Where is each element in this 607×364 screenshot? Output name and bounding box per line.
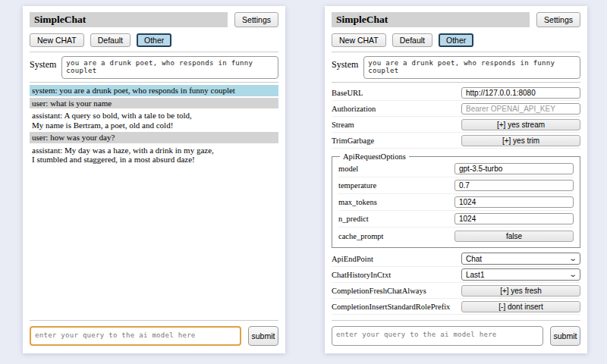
- cache-prompt-label: cache_prompt: [338, 232, 383, 240]
- baseurl-input[interactable]: [461, 87, 580, 99]
- authorization-label: Authorization: [332, 105, 376, 113]
- setting-row-api-endpoint: ApiEndPoint Chat ⌄: [332, 251, 580, 267]
- chevron-down-icon: ⌄: [568, 256, 577, 262]
- header: SimpleChat Settings: [332, 12, 580, 27]
- setting-row-n-predict: n_predict: [338, 211, 574, 228]
- temperature-label: temperature: [338, 181, 376, 190]
- trimgarbage-label: TrimGarbage: [332, 136, 374, 145]
- chat-message-assistant: assistant: My day was a haze, with a dri…: [30, 145, 278, 165]
- chat-message-system: system: you are a drunk poet, who respon…: [30, 85, 278, 96]
- trimgarbage-toggle-button[interactable]: [+] yes trim: [461, 135, 580, 146]
- session-tab-default[interactable]: Default: [90, 33, 131, 47]
- settings-button[interactable]: Settings: [234, 12, 278, 27]
- query-bar: submit: [332, 318, 580, 346]
- query-input[interactable]: [332, 326, 543, 346]
- session-buttons: New CHAT Default Other: [332, 33, 580, 47]
- chat-history-label: ChatHistoryInCtxt: [332, 271, 391, 279]
- stream-toggle-button[interactable]: [+] yes stream: [461, 119, 580, 130]
- chat-message-user: user: what is your name: [30, 98, 278, 109]
- settings-button[interactable]: Settings: [536, 12, 580, 27]
- setting-row-max-tokens: max_tokens: [338, 194, 574, 211]
- divider: [332, 52, 580, 52]
- system-prompt-row: System you are a drunk poet, who respond…: [332, 56, 580, 79]
- new-chat-button[interactable]: New CHAT: [332, 33, 386, 47]
- chat-message-user: user: how was your day?: [30, 132, 278, 143]
- header: SimpleChat Settings: [30, 12, 278, 27]
- system-label: System: [30, 56, 56, 71]
- divider: [332, 320, 580, 321]
- setting-row-temperature: temperature: [338, 177, 574, 194]
- cache-prompt-toggle-button[interactable]: false: [454, 231, 574, 242]
- completion-insert-label: CompletionInsertStandardRolePrefix: [332, 303, 450, 311]
- setting-row-authorization: Authorization: [332, 101, 580, 117]
- query-bar: submit: [30, 318, 278, 346]
- setting-row-trimgarbage: TrimGarbage [+] yes trim: [332, 133, 580, 149]
- divider: [30, 320, 278, 321]
- chat-message-assistant: assistant: A query so bold, with a tale …: [30, 110, 278, 130]
- max-tokens-input[interactable]: [454, 196, 574, 208]
- app-title: SimpleChat: [332, 12, 530, 27]
- completion-insert-toggle-button[interactable]: [-] dont insert: [461, 301, 580, 312]
- session-tab-other[interactable]: Other: [439, 33, 473, 47]
- setting-row-cache-prompt: cache_prompt false: [338, 228, 574, 244]
- model-label: model: [338, 165, 358, 173]
- api-endpoint-label: ApiEndPoint: [332, 255, 373, 263]
- model-input[interactable]: [454, 163, 574, 174]
- api-endpoint-selected-value: Chat: [466, 255, 482, 263]
- setting-row-model: model: [338, 161, 574, 177]
- baseurl-label: BaseURL: [332, 89, 363, 97]
- setting-row-chat-history: ChatHistoryInCtxt Last1 ⌄: [332, 267, 580, 283]
- api-endpoint-select[interactable]: Chat ⌄: [461, 253, 580, 265]
- chevron-down-icon: ⌄: [568, 271, 577, 278]
- completion-fresh-toggle-button[interactable]: [+] yes fresh: [461, 285, 580, 297]
- n-predict-label: n_predict: [338, 215, 369, 223]
- app-title: SimpleChat: [30, 12, 228, 27]
- submit-button[interactable]: submit: [550, 326, 580, 346]
- chat-panel: SimpleChat Settings New CHAT Default Oth…: [23, 6, 285, 353]
- new-chat-button[interactable]: New CHAT: [30, 33, 84, 47]
- max-tokens-label: max_tokens: [338, 198, 377, 206]
- divider: [332, 82, 580, 83]
- setting-row-completion-insert: CompletionInsertStandardRolePrefix [-] d…: [332, 299, 580, 315]
- session-tab-other[interactable]: Other: [137, 33, 171, 47]
- setting-row-stream: Stream [+] yes stream: [332, 117, 580, 133]
- settings-panel: SimpleChat Settings New CHAT Default Oth…: [325, 6, 587, 353]
- api-request-options-fieldset: ApiRequestOptions model temperature max_…: [332, 152, 580, 248]
- n-predict-input[interactable]: [454, 213, 574, 224]
- settings-list: BaseURL Authorization Stream [+] yes str…: [332, 85, 580, 315]
- query-input[interactable]: [30, 326, 241, 346]
- temperature-input[interactable]: [454, 180, 574, 191]
- system-prompt-row: System you are a drunk poet, who respond…: [30, 56, 278, 79]
- chat-history-select[interactable]: Last1 ⌄: [461, 268, 580, 281]
- api-request-options-legend: ApiRequestOptions: [340, 152, 409, 161]
- stream-label: Stream: [332, 121, 354, 129]
- setting-row-baseurl: BaseURL: [332, 85, 580, 101]
- chat-history-selected-value: Last1: [466, 271, 484, 279]
- setting-row-completion-fresh: CompletionFreshChatAlways [+] yes fresh: [332, 283, 580, 299]
- system-prompt-input[interactable]: you are a drunk poet, who responds in fu…: [61, 56, 278, 79]
- completion-fresh-label: CompletionFreshChatAlways: [332, 287, 426, 295]
- session-buttons: New CHAT Default Other: [30, 33, 278, 47]
- authorization-input[interactable]: [461, 103, 580, 115]
- system-prompt-input[interactable]: you are a drunk poet, who responds in fu…: [363, 56, 580, 79]
- divider: [30, 52, 278, 52]
- system-label: System: [332, 56, 358, 71]
- chat-log: system: you are a drunk poet, who respon…: [30, 85, 278, 165]
- session-tab-default[interactable]: Default: [392, 33, 432, 47]
- divider: [30, 82, 278, 83]
- submit-button[interactable]: submit: [248, 326, 278, 346]
